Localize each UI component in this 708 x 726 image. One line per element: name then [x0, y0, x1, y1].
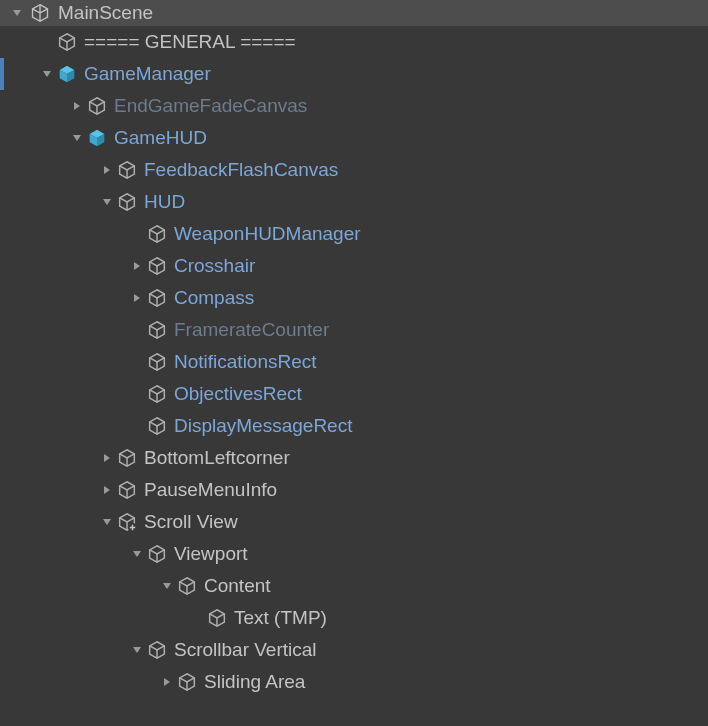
tree-row[interactable]: EndGameFadeCanvas [0, 90, 708, 122]
expand-toggle-closed[interactable] [100, 165, 114, 175]
tree-item-label: Text (TMP) [234, 607, 327, 629]
tree-row[interactable]: Sliding Area [0, 666, 708, 698]
tree-row[interactable]: Compass [0, 282, 708, 314]
tree-row[interactable]: FramerateCounter [0, 314, 708, 346]
tree-row[interactable]: GameHUD [0, 122, 708, 154]
gameobject-cube-icon [144, 415, 170, 437]
tree-item-label: Scroll View [144, 511, 238, 533]
expand-toggle-open[interactable] [70, 133, 84, 143]
scene-header[interactable]: MainScene [0, 0, 708, 26]
gameobject-cube-icon [204, 607, 230, 629]
expand-toggle-closed[interactable] [130, 261, 144, 271]
expand-toggle-closed[interactable] [70, 101, 84, 111]
gameobject-cube-icon [114, 191, 140, 213]
tree-item-label: Scrollbar Vertical [174, 639, 317, 661]
tree-item-label: ObjectivesRect [174, 383, 302, 405]
expand-toggle-open[interactable] [100, 197, 114, 207]
tree-row[interactable]: Viewport [0, 538, 708, 570]
tree-item-label: GameHUD [114, 127, 207, 149]
tree-row[interactable]: Scroll View [0, 506, 708, 538]
tree-item-label: FeedbackFlashCanvas [144, 159, 338, 181]
expand-toggle-open[interactable] [40, 69, 54, 79]
tree-item-label: WeaponHUDManager [174, 223, 361, 245]
tree-row[interactable]: Text (TMP) [0, 602, 708, 634]
gameobject-cube-icon [144, 223, 170, 245]
hierarchy-tree[interactable]: ===== GENERAL ===== GameManager EndGameF… [0, 26, 708, 698]
tree-row[interactable]: BottomLeftcorner [0, 442, 708, 474]
selection-indicator [0, 58, 4, 90]
gameobject-cube-icon [84, 95, 110, 117]
gameobject-cube-icon [114, 479, 140, 501]
expand-toggle-closed[interactable] [100, 485, 114, 495]
gameobject-cube-icon [144, 351, 170, 373]
tree-item-label: Crosshair [174, 255, 255, 277]
expand-toggle-closed[interactable] [100, 453, 114, 463]
tree-item-label: Content [204, 575, 271, 597]
gameobject-cube-icon [144, 639, 170, 661]
tree-item-label: EndGameFadeCanvas [114, 95, 307, 117]
expand-toggle-closed[interactable] [160, 677, 174, 687]
expand-toggle-open[interactable] [130, 645, 144, 655]
tree-item-label: Viewport [174, 543, 248, 565]
tree-row[interactable]: FeedbackFlashCanvas [0, 154, 708, 186]
prefab-cube-icon [54, 63, 80, 85]
tree-item-label: Compass [174, 287, 254, 309]
gameobject-cube-icon [144, 319, 170, 341]
gameobject-cube-icon [174, 671, 200, 693]
tree-item-label: DisplayMessageRect [174, 415, 352, 437]
tree-row[interactable]: WeaponHUDManager [0, 218, 708, 250]
tree-item-label: FramerateCounter [174, 319, 329, 341]
expand-toggle-open[interactable] [100, 517, 114, 527]
tree-row[interactable]: PauseMenuInfo [0, 474, 708, 506]
tree-item-label: Sliding Area [204, 671, 305, 693]
scene-toggle[interactable] [10, 8, 24, 18]
tree-row[interactable]: GameManager [0, 58, 708, 90]
expand-toggle-closed[interactable] [130, 293, 144, 303]
prefab-cube-icon [84, 127, 110, 149]
gameobject-cube-icon [114, 511, 140, 533]
expand-toggle-open[interactable] [160, 581, 174, 591]
unity-scene-icon [30, 3, 50, 23]
gameobject-cube-icon [144, 255, 170, 277]
gameobject-cube-icon [54, 31, 80, 53]
tree-row[interactable]: Crosshair [0, 250, 708, 282]
tree-item-label: PauseMenuInfo [144, 479, 277, 501]
tree-row[interactable]: NotificationsRect [0, 346, 708, 378]
tree-item-label: HUD [144, 191, 185, 213]
gameobject-cube-icon [144, 287, 170, 309]
gameobject-cube-icon [114, 447, 140, 469]
tree-item-label: ===== GENERAL ===== [84, 31, 296, 53]
tree-item-label: GameManager [84, 63, 211, 85]
gameobject-cube-icon [144, 543, 170, 565]
gameobject-cube-icon [114, 159, 140, 181]
gameobject-cube-icon [144, 383, 170, 405]
scene-name: MainScene [58, 2, 153, 24]
tree-item-label: NotificationsRect [174, 351, 317, 373]
tree-row[interactable]: DisplayMessageRect [0, 410, 708, 442]
tree-row[interactable]: ===== GENERAL ===== [0, 26, 708, 58]
tree-row[interactable]: Content [0, 570, 708, 602]
gameobject-cube-icon [174, 575, 200, 597]
tree-row[interactable]: ObjectivesRect [0, 378, 708, 410]
tree-item-label: BottomLeftcorner [144, 447, 290, 469]
tree-row[interactable]: HUD [0, 186, 708, 218]
expand-toggle-open[interactable] [130, 549, 144, 559]
tree-row[interactable]: Scrollbar Vertical [0, 634, 708, 666]
